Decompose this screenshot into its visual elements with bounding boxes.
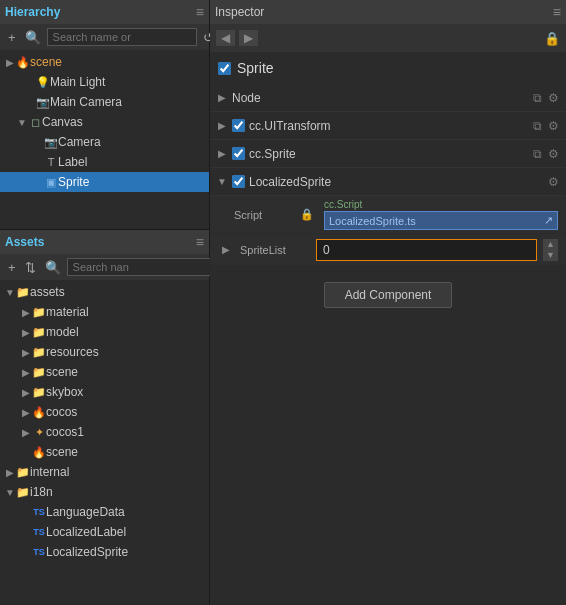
tree-item-scene[interactable]: ▶ 🔥 scene [0, 52, 209, 72]
assets-item-i18n[interactable]: ▼ 📁 i18n [0, 482, 209, 502]
assets-item-internal[interactable]: ▶ 📁 internal [0, 462, 209, 482]
script-label: Script [234, 209, 294, 221]
assets-label-model: model [46, 325, 79, 339]
inspector-lock-btn[interactable]: 🔒 [544, 31, 560, 46]
script-lock-icon: 🔒 [300, 208, 314, 221]
tree-item-label[interactable]: T Label [0, 152, 209, 172]
spritelist-spin-down[interactable]: ▼ [543, 250, 558, 261]
inspector-menu-icon[interactable]: ≡ [553, 4, 561, 20]
node-component-name: Node [232, 91, 528, 105]
script-external-icon: ↗ [544, 214, 553, 227]
assets-sort-btn[interactable]: ⇅ [22, 259, 39, 276]
assets-item-cocos1[interactable]: ▶ ✦ cocos1 [0, 422, 209, 442]
assets-menu-icon[interactable]: ≡ [196, 234, 204, 250]
assets-add-btn[interactable]: + [5, 259, 19, 276]
assets-arrow-cocos1: ▶ [20, 427, 32, 438]
assets-item-scene[interactable]: ▶ 📁 scene [0, 362, 209, 382]
assets-label-localizedlabel: LocalizedLabel [46, 525, 126, 539]
assets-item-assets[interactable]: ▼ 📁 assets [0, 282, 209, 302]
sprite-copy-btn[interactable]: ⧉ [532, 146, 543, 162]
tree-label-main-camera: Main Camera [50, 95, 122, 109]
assets-item-languagedata[interactable]: TS LanguageData [0, 502, 209, 522]
assets-item-model[interactable]: ▶ 📁 model [0, 322, 209, 342]
hierarchy-menu-icon[interactable]: ≡ [196, 4, 204, 20]
node-component-icons: ⧉ ⚙ [532, 90, 560, 106]
cocos-icon: 🔥 [32, 406, 46, 419]
uitransform-arrow: ▶ [216, 120, 228, 131]
uitransform-copy-btn[interactable]: ⧉ [532, 118, 543, 134]
tree-label-canvas: Canvas [42, 115, 83, 129]
spritelist-row: ▶ SpriteList ▲ ▼ [210, 234, 566, 266]
assets-tree: ▼ 📁 assets ▶ 📁 material ▶ 📁 model ▶ 📁 re… [0, 280, 209, 605]
hierarchy-tree: ▶ 🔥 scene 💡 Main Light 📷 Main Camera ▼ ◻… [0, 50, 209, 229]
inspector-header: Inspector ≡ [210, 0, 566, 24]
tree-item-camera[interactable]: 📷 Camera [0, 132, 209, 152]
hierarchy-panel: Hierarchy ≡ + 🔍 ↺ ⇅ ▶ 🔥 scene 💡 Main Lig… [0, 0, 209, 230]
label-icon: T [44, 156, 58, 168]
inspector-forward-btn[interactable]: ▶ [239, 30, 258, 46]
assets-item-material[interactable]: ▶ 📁 material [0, 302, 209, 322]
camera-icon: 📷 [44, 136, 58, 149]
folder-i18n-icon: 📁 [16, 486, 30, 499]
sprite-settings-btn[interactable]: ⚙ [547, 146, 560, 162]
node-settings-btn[interactable]: ⚙ [547, 90, 560, 106]
assets-label-material: material [46, 305, 89, 319]
hierarchy-search-input[interactable] [47, 28, 197, 46]
inspector-back-btn[interactable]: ◀ [216, 30, 235, 46]
assets-item-skybox[interactable]: ▶ 📁 skybox [0, 382, 209, 402]
uitransform-icons: ⧉ ⚙ [532, 118, 560, 134]
assets-arrow-material: ▶ [20, 307, 32, 318]
spritelist-input[interactable] [316, 239, 537, 261]
sprite-enabled-checkbox[interactable] [218, 62, 231, 75]
node-copy-btn[interactable]: ⧉ [532, 90, 543, 106]
assets-arrow-resources: ▶ [20, 347, 32, 358]
assets-arrow-assets: ▼ [4, 287, 16, 298]
assets-item-cocos[interactable]: ▶ 🔥 cocos [0, 402, 209, 422]
ts-localizedsprite-icon: TS [32, 547, 46, 557]
tree-label-sprite: Sprite [58, 175, 89, 189]
assets-arrow-i18n: ▼ [4, 487, 16, 498]
localized-settings-btn[interactable]: ⚙ [547, 174, 560, 190]
tree-item-sprite[interactable]: ▣ Sprite [0, 172, 209, 192]
assets-item-localizedlabel[interactable]: TS LocalizedLabel [0, 522, 209, 542]
hierarchy-search-btn[interactable]: 🔍 [22, 29, 44, 46]
spritelist-spin-up[interactable]: ▲ [543, 239, 558, 250]
assets-item-resources[interactable]: ▶ 📁 resources [0, 342, 209, 362]
sprite-name-text: Sprite [237, 60, 274, 76]
add-component-button[interactable]: Add Component [324, 282, 453, 308]
sprite-component-name: cc.Sprite [249, 147, 528, 161]
tree-item-main-camera[interactable]: 📷 Main Camera [0, 92, 209, 112]
inspector-panel: Inspector ≡ ◀ ▶ 🔒 Sprite ▶ Node ⧉ ⚙ ▶ cc… [210, 0, 566, 605]
localized-checkbox[interactable] [232, 175, 245, 188]
sprite-checkbox[interactable] [232, 147, 245, 160]
assets-label-assets: assets [30, 285, 65, 299]
tree-item-main-light[interactable]: 💡 Main Light [0, 72, 209, 92]
hierarchy-header: Hierarchy ≡ [0, 0, 209, 24]
tree-item-canvas[interactable]: ▼ ◻ Canvas [0, 112, 209, 132]
component-row-sprite[interactable]: ▶ cc.Sprite ⧉ ⚙ [210, 140, 566, 168]
add-component-section: Add Component [210, 266, 566, 324]
tree-label-label: Label [58, 155, 87, 169]
uitransform-settings-btn[interactable]: ⚙ [547, 118, 560, 134]
inspector-nav: ◀ ▶ 🔒 [210, 24, 566, 52]
uitransform-checkbox[interactable] [232, 119, 245, 132]
tree-arrow-canvas: ▼ [16, 117, 28, 128]
component-row-node[interactable]: ▶ Node ⧉ ⚙ [210, 84, 566, 112]
hierarchy-add-btn[interactable]: + [5, 29, 19, 46]
localized-header[interactable]: ▼ LocalizedSprite ⚙ [210, 168, 566, 196]
component-row-uitransform[interactable]: ▶ cc.UITransform ⧉ ⚙ [210, 112, 566, 140]
spritelist-spin: ▲ ▼ [543, 239, 558, 261]
script-field-content: cc.Script LocalizedSprite.ts ↗ [324, 199, 558, 230]
assets-item-localizedsprite[interactable]: TS LocalizedSprite [0, 542, 209, 562]
ts-languagedata-icon: TS [32, 507, 46, 517]
tree-label-main-light: Main Light [50, 75, 105, 89]
assets-arrow-skybox: ▶ [20, 387, 32, 398]
assets-label-internal: internal [30, 465, 69, 479]
assets-search-toggle-btn[interactable]: 🔍 [42, 259, 64, 276]
localized-arrow: ▼ [216, 176, 228, 187]
script-value-box[interactable]: LocalizedSprite.ts ↗ [324, 211, 558, 230]
assets-item-scene2[interactable]: 🔥 scene [0, 442, 209, 462]
sprite-icon: ▣ [44, 176, 58, 189]
assets-search-input[interactable] [67, 258, 217, 276]
assets-arrow-cocos: ▶ [20, 407, 32, 418]
